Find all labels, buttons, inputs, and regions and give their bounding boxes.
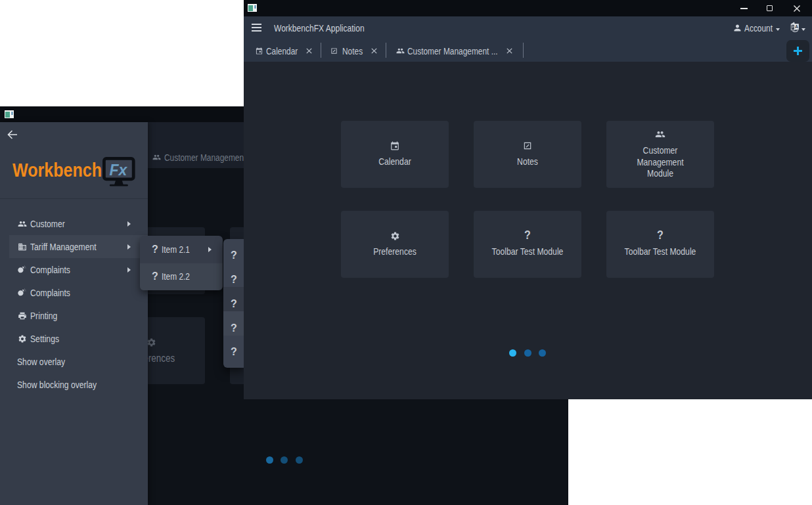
svg-text:Fx: Fx	[109, 162, 127, 179]
svg-text:A: A	[795, 24, 798, 29]
